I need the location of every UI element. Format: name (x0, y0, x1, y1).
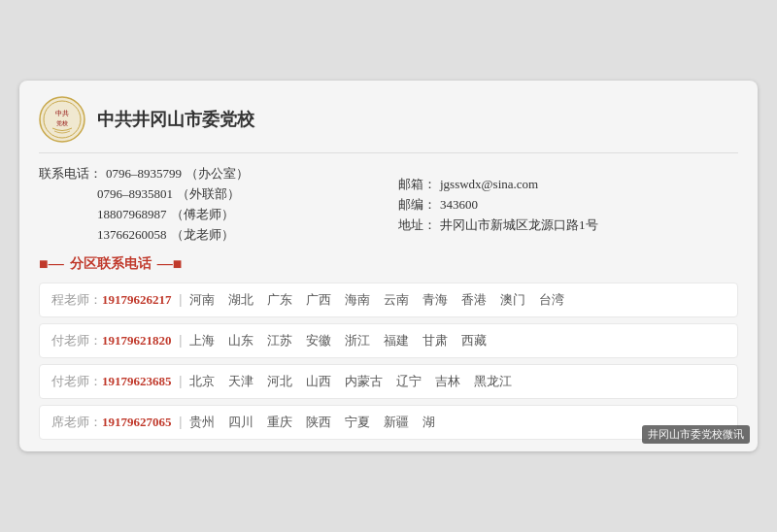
region-item: 吉林 (435, 373, 460, 390)
svg-text:党校: 党校 (56, 120, 68, 126)
region-item: 湖北 (228, 291, 253, 309)
teacher-name-3: 席老师： (51, 414, 102, 431)
left-dash: ■— (39, 255, 64, 273)
region-item: 台湾 (539, 291, 564, 309)
teacher-name-1: 付老师： (51, 332, 102, 349)
region-item: 辽宁 (396, 373, 422, 390)
phone3-value: 18807968987 (97, 207, 167, 222)
header: 中共 党校 中共井冈山市委党校 (39, 96, 738, 153)
contact-grid: 联系电话： 0796–8935799 （办公室） 0796–8935801 （外… (39, 165, 738, 244)
region-item: 陕西 (306, 414, 331, 431)
right-dash: —■ (157, 255, 183, 273)
phone-row-2: 0796–8935801 （外联部） (39, 185, 379, 203)
region-row-0: 程老师：19179626217|河南湖北广东广西海南云南青海香港澳门台湾 (39, 283, 738, 317)
divider-3: | (180, 415, 183, 430)
region-item: 上海 (189, 332, 215, 349)
teacher-name-2: 付老师： (51, 373, 102, 390)
divider-0: | (180, 292, 183, 308)
email-value: jgsswdx@sina.com (440, 177, 538, 192)
region-item: 西藏 (461, 332, 487, 349)
region-item: 福建 (384, 332, 409, 349)
region-item: 甘肃 (422, 332, 448, 349)
teacher-phone-1: 19179621820 (102, 333, 172, 349)
region-item: 海南 (345, 291, 370, 309)
contact-left: 联系电话： 0796–8935799 （办公室） 0796–8935801 （外… (39, 165, 379, 244)
region-item: 内蒙古 (345, 373, 383, 390)
region-item: 广西 (306, 291, 331, 309)
phone-row-4: 13766260058 （龙老师） (39, 226, 379, 244)
main-card: 中共 党校 中共井冈山市委党校 联系电话： 0796–8935799 （办公室）… (19, 81, 758, 451)
region-item: 宁夏 (345, 414, 370, 431)
regions-0: 河南湖北广东广西海南云南青海香港澳门台湾 (189, 291, 564, 309)
postal-row: 邮编： 343600 (398, 196, 738, 214)
phone2-note: （外联部） (177, 185, 240, 203)
region-item: 山西 (306, 373, 331, 390)
phone3-note: （傅老师） (171, 206, 234, 223)
region-item: 贵州 (189, 414, 215, 431)
email-label: 邮箱： (398, 176, 436, 193)
section-title-text: 分区联系电话 (70, 255, 152, 273)
region-item: 天津 (228, 373, 253, 390)
region-item: 香港 (461, 291, 487, 309)
region-item: 安徽 (306, 332, 331, 349)
region-item: 重庆 (267, 414, 292, 431)
phone-label: 联系电话： (39, 165, 102, 183)
teacher-phone-0: 19179626217 (102, 292, 172, 308)
region-rows: 程老师：19179626217|河南湖北广东广西海南云南青海香港澳门台湾付老师：… (39, 283, 738, 440)
region-item: 江苏 (267, 332, 292, 349)
postal-label: 邮编： (398, 196, 436, 214)
phone4-value: 13766260058 (97, 227, 167, 243)
regions-2: 北京天津河北山西内蒙古辽宁吉林黑龙江 (189, 373, 512, 390)
contact-right: 邮箱： jgsswdx@sina.com 邮编： 343600 地址： 井冈山市… (398, 165, 738, 244)
region-item: 新疆 (384, 414, 409, 431)
region-row-1: 付老师：19179621820|上海山东江苏安徽浙江福建甘肃西藏 (39, 323, 738, 358)
regions-1: 上海山东江苏安徽浙江福建甘肃西藏 (189, 332, 487, 349)
address-label: 地址： (398, 216, 436, 234)
phone4-note: （龙老师） (171, 226, 234, 244)
region-item: 澳门 (500, 291, 525, 309)
postal-value: 343600 (440, 197, 478, 213)
watermark: 井冈山市委党校微讯 (642, 425, 750, 444)
teacher-phone-2: 19179623685 (102, 374, 172, 389)
region-item: 北京 (189, 373, 215, 390)
teacher-phone-3: 19179627065 (102, 415, 172, 430)
region-item: 湖 (422, 414, 435, 431)
phone-row-3: 18807968987 （傅老师） (39, 206, 379, 223)
address-row: 地址： 井冈山市新城区龙源口路1号 (398, 216, 738, 234)
region-item: 浙江 (345, 332, 370, 349)
school-logo: 中共 党校 (39, 96, 85, 143)
region-item: 云南 (384, 291, 409, 309)
phone1-value: 0796–8935799 (106, 166, 182, 182)
divider-2: | (180, 374, 183, 389)
phone2-value: 0796–8935801 (97, 186, 173, 202)
region-item: 四川 (228, 414, 253, 431)
region-row-3: 席老师：19179627065|贵州四川重庆陕西宁夏新疆湖 (39, 405, 738, 440)
teacher-name-0: 程老师： (51, 291, 102, 309)
regions-3: 贵州四川重庆陕西宁夏新疆湖 (189, 414, 435, 431)
email-row: 邮箱： jgsswdx@sina.com (398, 176, 738, 193)
region-item: 河南 (189, 291, 215, 309)
divider-1: | (180, 333, 183, 349)
region-item: 山东 (228, 332, 253, 349)
phone1-note: （办公室） (186, 165, 249, 183)
region-item: 河北 (267, 373, 292, 390)
svg-point-0 (40, 97, 84, 142)
address-value: 井冈山市新城区龙源口路1号 (440, 216, 598, 234)
region-item: 青海 (422, 291, 448, 309)
region-item: 广东 (267, 291, 292, 309)
phone-row-1: 联系电话： 0796–8935799 （办公室） (39, 165, 379, 183)
region-item: 黑龙江 (474, 373, 512, 390)
region-row-2: 付老师：19179623685|北京天津河北山西内蒙古辽宁吉林黑龙江 (39, 364, 738, 399)
svg-text:中共: 中共 (55, 110, 69, 117)
section-title: ■— 分区联系电话 —■ (39, 255, 738, 273)
school-name: 中共井冈山市委党校 (97, 108, 254, 131)
